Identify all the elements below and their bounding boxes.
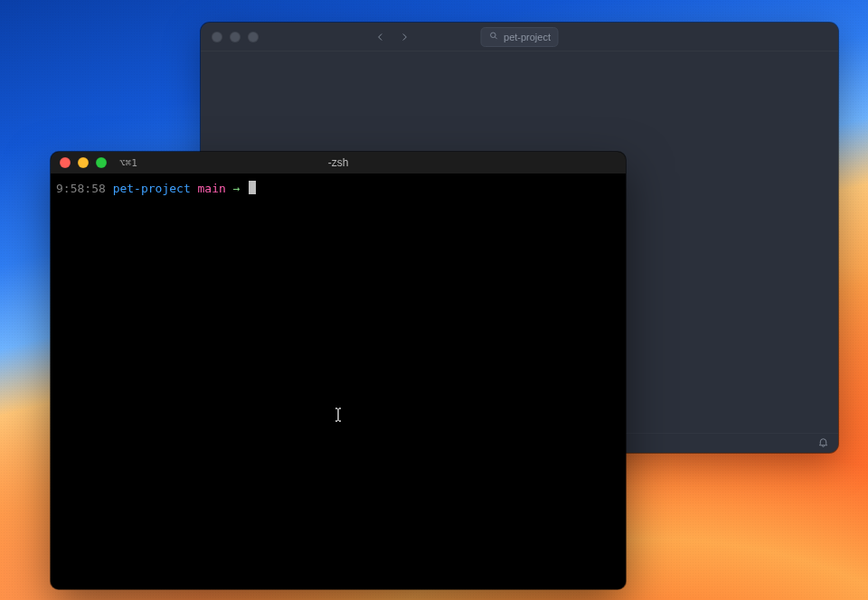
desktop-background: pet-project ⌥⌘1 -zsh 9:58:58 pet-project… [0, 0, 868, 600]
nav-forward-button[interactable] [394, 27, 414, 47]
search-icon [488, 31, 498, 42]
prompt-arrow: → [233, 182, 241, 195]
terminal-window[interactable]: ⌥⌘1 -zsh 9:58:58 pet-project main → [51, 152, 626, 589]
editor-nav-arrows [371, 27, 414, 47]
minimize-button[interactable] [78, 157, 89, 168]
svg-point-0 [490, 33, 495, 38]
terminal-tab-label: ⌥⌘1 [119, 157, 137, 169]
traffic-lights [212, 32, 259, 42]
maximize-button[interactable] [248, 32, 259, 42]
prompt-branch: main [198, 182, 226, 195]
close-button[interactable] [212, 32, 222, 42]
ibeam-cursor-icon [333, 408, 344, 422]
close-button[interactable] [60, 157, 71, 168]
maximize-button[interactable] [96, 157, 107, 168]
prompt-time: 9:58:58 [56, 182, 106, 195]
terminal-title: -zsh [328, 156, 349, 169]
prompt-line: 9:58:58 pet-project main → [56, 181, 620, 197]
bell-icon[interactable] [817, 436, 829, 452]
text-cursor [249, 181, 256, 194]
traffic-lights [60, 157, 107, 168]
nav-back-button[interactable] [371, 27, 391, 47]
terminal-body[interactable]: 9:58:58 pet-project main → [51, 173, 626, 589]
editor-titlebar[interactable]: pet-project [201, 23, 838, 52]
search-text: pet-project [504, 32, 551, 42]
minimize-button[interactable] [230, 32, 241, 42]
terminal-titlebar[interactable]: ⌥⌘1 -zsh [51, 152, 626, 173]
command-center-search[interactable]: pet-project [480, 27, 559, 47]
prompt-dir: pet-project [113, 182, 191, 195]
